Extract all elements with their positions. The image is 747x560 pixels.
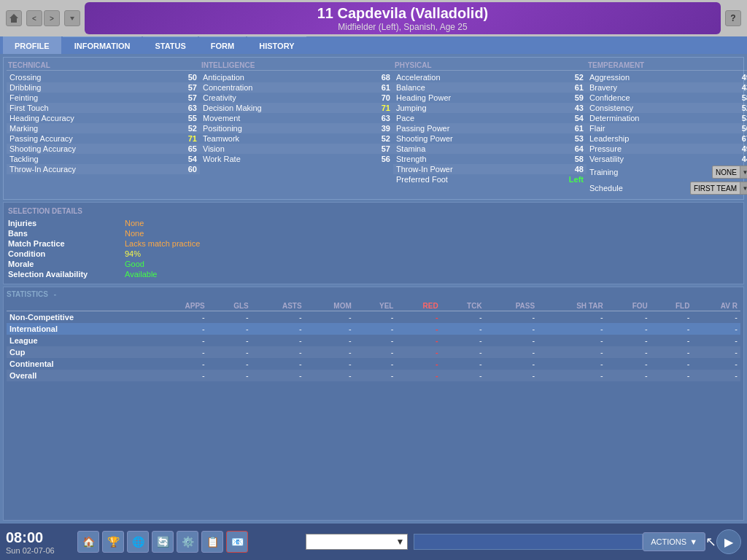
stats-cell: - bbox=[441, 370, 485, 381]
selection-value: None bbox=[125, 219, 144, 228]
col-header: GLS bbox=[208, 301, 252, 311]
stats-cell: - bbox=[441, 346, 485, 358]
selection-value: Good bbox=[125, 260, 144, 268]
attr-name: Work Rate bbox=[203, 155, 241, 163]
attr-value: 71 bbox=[177, 134, 197, 143]
attr-value: 50 bbox=[177, 73, 197, 82]
attr-value: 53 bbox=[563, 134, 584, 143]
selection-value: Lacks match practice bbox=[125, 239, 200, 248]
attr-value: 43 bbox=[730, 83, 747, 92]
attr-name: Bravery bbox=[589, 83, 617, 92]
nav-back-button[interactable]: < bbox=[26, 10, 42, 26]
attr-name: Leadership bbox=[589, 134, 629, 143]
stats-cell: - bbox=[606, 358, 651, 370]
tab-form[interactable]: FORM bbox=[199, 36, 246, 54]
attr-value: 71 bbox=[370, 104, 390, 112]
toolbar-home[interactable]: 🏠 bbox=[77, 531, 99, 553]
training-label: Training bbox=[589, 168, 618, 176]
search-input[interactable] bbox=[306, 534, 394, 549]
attr-row: Positioning39 bbox=[200, 123, 393, 133]
toolbar-alert[interactable]: 📧 bbox=[226, 531, 248, 553]
tab-history[interactable]: HISTORY bbox=[247, 36, 306, 54]
stats-cell: - bbox=[441, 323, 485, 335]
attr-row: Versatility44 bbox=[587, 154, 747, 164]
svg-rect-0 bbox=[11, 18, 17, 23]
stats-cell: - bbox=[208, 323, 252, 335]
toolbar-clipboard[interactable]: 📋 bbox=[201, 531, 223, 553]
actions-button[interactable]: ACTIONS ▼ bbox=[643, 532, 705, 551]
help-button[interactable]: ? bbox=[725, 10, 741, 26]
stats-cell: - bbox=[252, 358, 305, 370]
stats-cell: - bbox=[154, 346, 208, 358]
red-card-val: - bbox=[436, 371, 438, 380]
toolbar-refresh[interactable]: 🔄 bbox=[152, 531, 174, 553]
text-input-bar[interactable] bbox=[414, 534, 643, 550]
schedule-dropdown[interactable]: FIRST TEAM ▼ bbox=[690, 182, 747, 195]
attr-name: Passing Accuracy bbox=[9, 134, 73, 143]
selection-label: Selection Availability bbox=[8, 270, 125, 279]
attr-row: Throw-In Power48 bbox=[393, 164, 587, 174]
attr-name: Concentration bbox=[203, 83, 253, 92]
attr-row: Concentration61 bbox=[200, 82, 393, 93]
tab-profile[interactable]: PROFILE bbox=[3, 36, 61, 54]
stats-cell: - bbox=[485, 323, 538, 335]
stats-row-name: International bbox=[7, 323, 154, 335]
tab-status[interactable]: STATUS bbox=[143, 36, 197, 54]
col-header: FLD bbox=[651, 301, 693, 311]
search-box[interactable]: ▼ bbox=[306, 534, 408, 550]
stats-cell: - bbox=[305, 311, 355, 324]
attr-name: Decision Making bbox=[203, 104, 262, 112]
stats-cell: - bbox=[355, 370, 397, 381]
stats-row: Overall------------ bbox=[7, 370, 740, 381]
selection-label: Bans bbox=[8, 229, 125, 238]
attr-name: Vision bbox=[203, 144, 225, 153]
stats-row-name: League bbox=[7, 335, 154, 346]
stats-row-name: Cup bbox=[7, 346, 154, 358]
nav-forward-button[interactable]: > bbox=[44, 10, 60, 26]
toolbar-globe[interactable]: 🌐 bbox=[127, 531, 149, 553]
attr-value: 57 bbox=[177, 93, 197, 102]
tab-information[interactable]: INFORMATION bbox=[63, 36, 142, 54]
toolbar-trophy[interactable]: 🏆 bbox=[102, 531, 124, 553]
search-arrow[interactable]: ▼ bbox=[394, 537, 407, 547]
attr-row: Work Rate56 bbox=[200, 154, 393, 164]
red-card-val: - bbox=[436, 313, 438, 322]
forward-button[interactable]: ▶ bbox=[716, 529, 741, 554]
stats-cell: - bbox=[441, 335, 485, 346]
schedule-arrow[interactable]: ▼ bbox=[740, 182, 747, 194]
nav-tabs: PROFILE INFORMATION STATUS FORM HISTORY bbox=[0, 36, 747, 54]
stats-cell: - bbox=[154, 370, 208, 381]
attr-row: First Touch63 bbox=[7, 103, 200, 113]
attr-row: Vision57 bbox=[200, 144, 393, 154]
technical-title: TECHNICAL bbox=[7, 61, 200, 71]
stats-row-name: Overall bbox=[7, 370, 154, 381]
stats-cell: - bbox=[208, 335, 252, 346]
stats-cell: - bbox=[651, 358, 693, 370]
player-name: 11 Capdevila (Valladolid) bbox=[317, 5, 489, 22]
col-header: YEL bbox=[355, 301, 397, 311]
dropdown-button[interactable] bbox=[64, 10, 80, 26]
attr-value: 44 bbox=[730, 155, 747, 163]
attr-row: Teamwork52 bbox=[200, 133, 393, 144]
attr-value: 65 bbox=[177, 144, 197, 153]
statistics-header: STATISTICS - bbox=[7, 290, 740, 298]
col-header: TCK bbox=[441, 301, 485, 311]
stats-cell: - bbox=[355, 323, 397, 335]
stats-cell: - bbox=[396, 335, 441, 346]
attr-value: 52 bbox=[370, 134, 390, 143]
home-button[interactable] bbox=[6, 10, 22, 26]
attr-value: 70 bbox=[370, 93, 390, 102]
stats-row: Non-Competitive------------ bbox=[7, 311, 740, 324]
attr-row: Bravery43 bbox=[587, 82, 747, 93]
attr-value: 52 bbox=[177, 124, 197, 133]
training-dropdown[interactable]: NONE ▼ bbox=[712, 166, 747, 179]
attr-value: 67 bbox=[730, 134, 747, 143]
stats-cell: - bbox=[355, 346, 397, 358]
cursor-indicator: ↖ bbox=[705, 534, 716, 550]
red-card-val: - bbox=[436, 336, 438, 345]
stats-cell: - bbox=[252, 346, 305, 358]
training-arrow[interactable]: ▼ bbox=[740, 166, 747, 178]
toolbar-settings[interactable]: ⚙️ bbox=[177, 531, 198, 553]
svg-marker-2 bbox=[70, 17, 74, 20]
attr-name: Dribbling bbox=[9, 83, 41, 92]
